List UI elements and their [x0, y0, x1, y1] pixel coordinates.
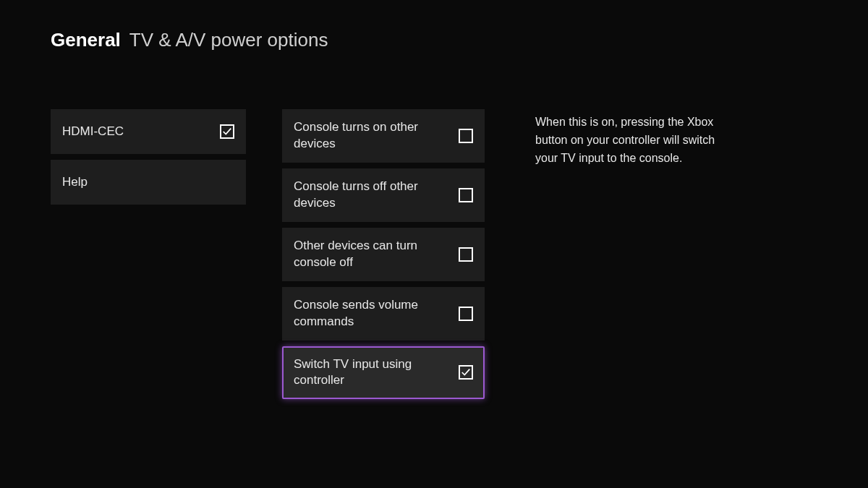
option-checkbox[interactable] [459, 247, 473, 262]
left-column: HDMI-CEC Help [51, 109, 246, 205]
help-label: Help [62, 174, 88, 191]
header-title: TV & A/V power options [129, 29, 328, 51]
option-checkbox[interactable] [459, 307, 473, 321]
option-label: Console turns on other devices [294, 119, 451, 153]
option-switch-tv-input[interactable]: Switch TV input using controller [282, 346, 485, 400]
hdmi-cec-label: HDMI-CEC [62, 124, 124, 140]
help-tile[interactable]: Help [51, 160, 246, 205]
option-checkbox[interactable] [459, 365, 473, 380]
option-volume-commands[interactable]: Console sends volume commands [282, 287, 485, 341]
option-console-on-devices[interactable]: Console turns on other devices [282, 109, 485, 163]
option-label: Other devices can turn console off [294, 238, 451, 271]
check-icon [222, 127, 232, 137]
option-description: When this is on, pressing the Xbox butto… [535, 114, 738, 167]
check-icon [461, 367, 471, 377]
option-console-off-devices[interactable]: Console turns off other devices [282, 168, 485, 222]
option-label: Console sends volume commands [294, 297, 451, 330]
hdmi-cec-tile[interactable]: HDMI-CEC [51, 109, 246, 154]
hdmi-cec-checkbox[interactable] [220, 124, 234, 139]
option-label: Console turns off other devices [294, 179, 451, 212]
option-checkbox[interactable] [459, 129, 473, 143]
header-category: General [51, 29, 121, 51]
page-header: General TV & A/V power options [51, 29, 817, 51]
option-checkbox[interactable] [459, 188, 473, 202]
option-label: Switch TV input using controller [294, 356, 451, 390]
options-column: Console turns on other devices Console t… [282, 109, 485, 399]
option-devices-turn-off-console[interactable]: Other devices can turn console off [282, 228, 485, 281]
description-column: When this is on, pressing the Xbox butto… [521, 109, 738, 167]
